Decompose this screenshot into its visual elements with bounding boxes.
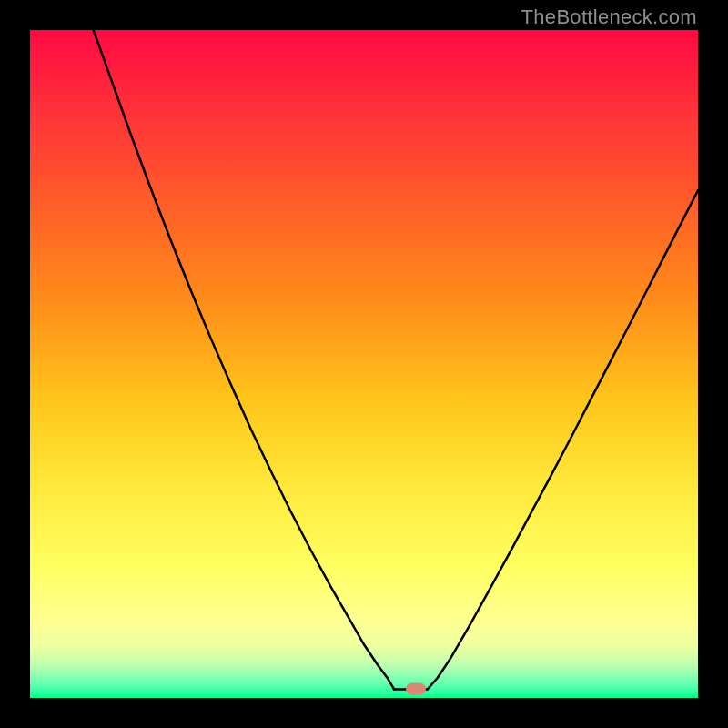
- curve-left-path: [94, 30, 394, 689]
- minimum-marker: [406, 683, 426, 695]
- plot-area: [30, 30, 698, 698]
- chart-frame: TheBottleneck.com: [0, 0, 728, 728]
- curve-layer: [30, 30, 698, 698]
- attribution-text: TheBottleneck.com: [521, 5, 697, 29]
- curve-right-path: [428, 190, 698, 689]
